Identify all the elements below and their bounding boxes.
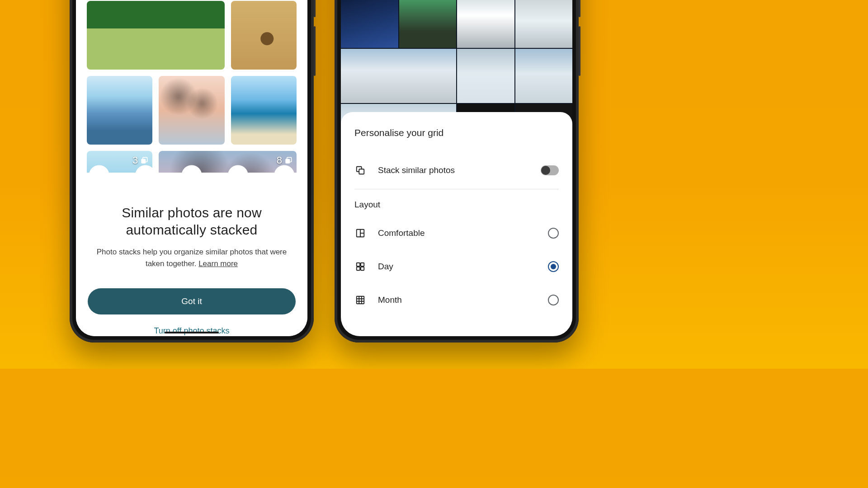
sheet-subtitle: Photo stacks help you organize similar p… <box>88 246 296 269</box>
photo-thumbnail[interactable] <box>87 76 152 145</box>
svg-rect-5 <box>359 169 364 174</box>
layout-comfortable-icon <box>354 228 366 238</box>
svg-rect-11 <box>357 267 360 270</box>
stack-toggle-switch[interactable] <box>541 165 559 175</box>
svg-rect-12 <box>361 267 364 270</box>
option-label: Month <box>378 295 536 305</box>
learn-more-link[interactable]: Learn more <box>198 259 238 268</box>
got-it-button[interactable]: Got it <box>88 288 296 314</box>
divider <box>354 189 559 189</box>
svg-rect-10 <box>361 263 364 266</box>
sheet-title: Personalise your grid <box>354 127 559 138</box>
photo-thumbnail[interactable] <box>515 49 573 103</box>
layout-month-icon <box>354 295 366 305</box>
home-indicator[interactable] <box>165 332 219 333</box>
layout-section-label: Layout <box>354 193 559 216</box>
layout-option-comfortable[interactable]: Comfortable <box>354 216 559 250</box>
photo-thumbnail[interactable] <box>457 49 514 103</box>
screen-right: Personalise your grid Stack similar phot… <box>341 0 572 336</box>
promo-stage: 3 8 <box>0 0 658 369</box>
photo-thumbnail[interactable] <box>341 0 398 48</box>
svg-rect-13 <box>357 296 364 304</box>
photo-thumbnail[interactable] <box>515 0 573 48</box>
photo-thumbnail[interactable] <box>87 1 225 70</box>
sheet-title: Similar photos are now automatically sta… <box>88 204 296 238</box>
photo-thumbnail[interactable] <box>399 0 457 48</box>
phone-mockup-right: Personalise your grid Stack similar phot… <box>335 0 579 343</box>
option-label: Day <box>378 262 536 272</box>
radio-button[interactable] <box>548 295 559 305</box>
option-label: Comfortable <box>378 228 536 238</box>
layout-option-day[interactable]: Day <box>354 250 559 283</box>
personalise-grid-sheet: Personalise your grid Stack similar phot… <box>341 112 572 336</box>
photo-thumbnail[interactable] <box>457 0 514 48</box>
svg-rect-9 <box>357 263 360 266</box>
info-sheet: Similar photos are now automatically sta… <box>76 173 307 336</box>
photo-thumbnail[interactable] <box>159 76 224 145</box>
radio-button[interactable] <box>548 261 559 272</box>
photo-thumbnail[interactable] <box>341 49 456 103</box>
svg-rect-2 <box>287 157 292 162</box>
screen-left: 3 8 <box>76 0 307 336</box>
stack-icon <box>354 165 366 175</box>
phone-mockup-left: 3 8 <box>70 0 314 343</box>
turn-off-stacks-button[interactable]: Turn off photo stacks <box>154 326 229 336</box>
radio-button[interactable] <box>548 228 559 239</box>
photo-thumbnail[interactable] <box>231 76 297 145</box>
stack-similar-photos-row[interactable]: Stack similar photos <box>354 154 559 187</box>
layout-option-month[interactable]: Month <box>354 283 559 317</box>
photo-thumbnail[interactable] <box>231 1 297 70</box>
layout-day-icon <box>354 262 366 272</box>
stack-toggle-label: Stack similar photos <box>378 165 529 175</box>
